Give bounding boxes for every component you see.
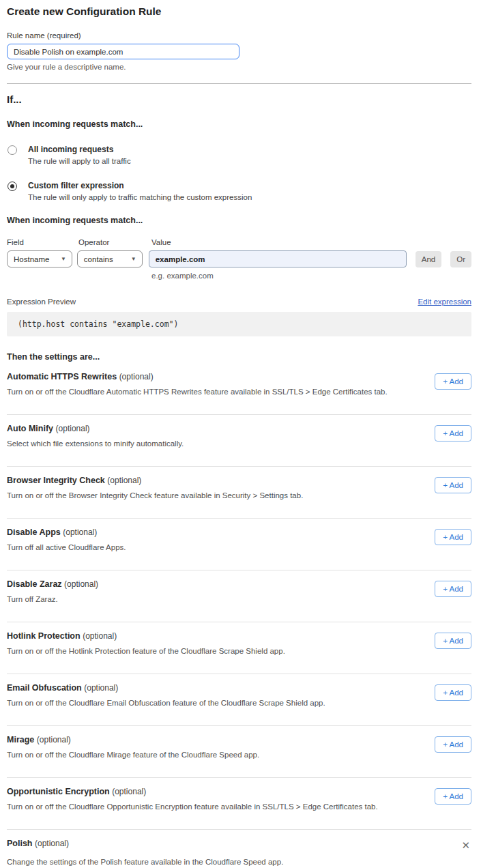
builder-labels: Field Operator Value (7, 238, 471, 246)
setting-optional-tag: (optional) (107, 476, 141, 485)
builder-heading: When incoming requests match... (7, 216, 471, 225)
setting-description: Turn on or off the Hotlink Protection fe… (7, 647, 285, 655)
chevron-down-icon: ▼ (131, 256, 136, 262)
section-divider (7, 83, 471, 84)
setting-name: Hotlink Protection (7, 631, 81, 641)
setting-optional-tag: (optional) (35, 839, 69, 848)
radio-option-custom-expression[interactable]: Custom filter expression The rule will o… (7, 181, 471, 201)
then-heading: Then the settings are... (7, 352, 471, 362)
radio-all-requests-label: All incoming requests (28, 145, 131, 154)
setting-row: Mirage (optional) Turn on or off the Clo… (7, 726, 471, 777)
chevron-down-icon: ▼ (61, 256, 66, 262)
setting-row: Browser Integrity Check (optional) Turn … (7, 467, 471, 518)
setting-description: Turn on or off the Cloudflare Mirage fea… (7, 751, 259, 759)
setting-row: Opportunistic Encryption (optional) Turn… (7, 778, 471, 829)
setting-row: Auto Minify (optional) Select which file… (7, 415, 471, 466)
edit-expression-link[interactable]: Edit expression (418, 298, 471, 306)
setting-description: Turn off all active Cloudflare Apps. (7, 543, 126, 551)
settings-list: Automatic HTTPS Rewrites (optional) Turn… (7, 363, 471, 830)
add-setting-button[interactable]: + Add (435, 477, 471, 493)
setting-name: Browser Integrity Check (7, 476, 105, 485)
setting-name: Disable Zaraz (7, 579, 62, 589)
setting-description: Turn on or off the Cloudflare Automatic … (7, 388, 388, 396)
setting-optional-tag: (optional) (56, 424, 90, 433)
setting-name: Automatic HTTPS Rewrites (7, 372, 117, 381)
close-icon[interactable]: ✕ (458, 839, 473, 852)
setting-name: Opportunistic Encryption (7, 787, 110, 796)
rule-name-helper: Give your rule a descriptive name. (7, 63, 471, 71)
setting-description: Turn on or off the Cloudflare Opportunis… (7, 802, 378, 811)
setting-optional-tag: (optional) (119, 372, 154, 381)
add-setting-button[interactable]: + Add (435, 581, 471, 597)
operator-label: Operator (78, 238, 151, 246)
setting-description: Turn on or off the Browser Integrity Che… (7, 491, 303, 500)
setting-row: Email Obfuscation (optional) Turn on or … (7, 674, 471, 725)
match-heading: When incoming requests match... (7, 119, 471, 129)
setting-description: Change the settings of the Polish featur… (7, 858, 471, 866)
setting-optional-tag: (optional) (83, 631, 117, 641)
add-setting-button[interactable]: + Add (435, 788, 471, 805)
add-setting-button[interactable]: + Add (435, 373, 471, 390)
field-label: Field (7, 238, 78, 246)
value-helper: e.g. example.com (151, 272, 471, 280)
setting-optional-tag: (optional) (63, 527, 97, 537)
setting-name: Mirage (7, 735, 34, 744)
value-label: Value (151, 238, 171, 246)
add-setting-button[interactable]: + Add (435, 529, 471, 545)
create-configuration-rule-page: Create new Configuration Rule Rule name … (0, 0, 481, 868)
add-setting-button[interactable]: + Add (435, 736, 471, 753)
setting-row: Disable Apps (optional) Turn off all act… (7, 519, 471, 570)
radio-all-requests-description: The rule will apply to all traffic (28, 157, 131, 165)
rule-name-input[interactable] (7, 44, 239, 59)
setting-optional-tag: (optional) (37, 735, 71, 744)
if-heading: If... (7, 93, 471, 105)
radio-custom-expression[interactable] (8, 182, 17, 191)
field-select[interactable]: Hostname ▼ (7, 250, 72, 267)
expression-preview-box: (http.host contains "example.com") (7, 312, 471, 336)
expression-preview-label: Expression Preview (7, 298, 76, 306)
setting-name: Polish (7, 839, 33, 848)
radio-all-requests[interactable] (8, 145, 17, 155)
setting-row: Automatic HTTPS Rewrites (optional) Turn… (7, 363, 471, 414)
add-setting-button[interactable]: + Add (435, 633, 471, 649)
setting-name: Email Obfuscation (7, 683, 82, 693)
setting-description: Turn on or off the Cloudflare Email Obfu… (7, 699, 325, 707)
setting-optional-tag: (optional) (84, 683, 118, 693)
setting-row: Hotlink Protection (optional) Turn on or… (7, 622, 471, 674)
setting-description: Turn off Zaraz. (7, 595, 98, 603)
rule-name-label: Rule name (required) (7, 31, 471, 40)
setting-name: Auto Minify (7, 424, 53, 433)
setting-name: Disable Apps (7, 527, 61, 537)
setting-optional-tag: (optional) (112, 787, 146, 796)
radio-custom-expression-description: The rule will only apply to traffic matc… (28, 193, 252, 201)
add-setting-button[interactable]: + Add (435, 684, 471, 701)
expression-builder-row: Hostname ▼ contains ▼ And Or (7, 250, 471, 267)
operator-select-value: contains (84, 255, 113, 263)
field-select-value: Hostname (14, 255, 49, 263)
or-button[interactable]: Or (450, 251, 471, 267)
operator-select[interactable]: contains ▼ (77, 250, 143, 267)
radio-option-all-requests[interactable]: All incoming requests The rule will appl… (7, 145, 471, 165)
setting-row: Disable Zaraz (optional) Turn off Zaraz.… (7, 570, 471, 622)
setting-row-polish-expanded: Polish (optional) ✕ Change the settings … (7, 830, 471, 868)
value-input[interactable] (149, 250, 407, 267)
page-title: Create new Configuration Rule (7, 5, 471, 18)
add-setting-button[interactable]: + Add (435, 425, 471, 442)
and-button[interactable]: And (416, 251, 441, 267)
setting-description: Select which file extensions to minify a… (7, 439, 184, 448)
radio-custom-expression-label: Custom filter expression (28, 181, 252, 190)
setting-optional-tag: (optional) (64, 579, 98, 589)
